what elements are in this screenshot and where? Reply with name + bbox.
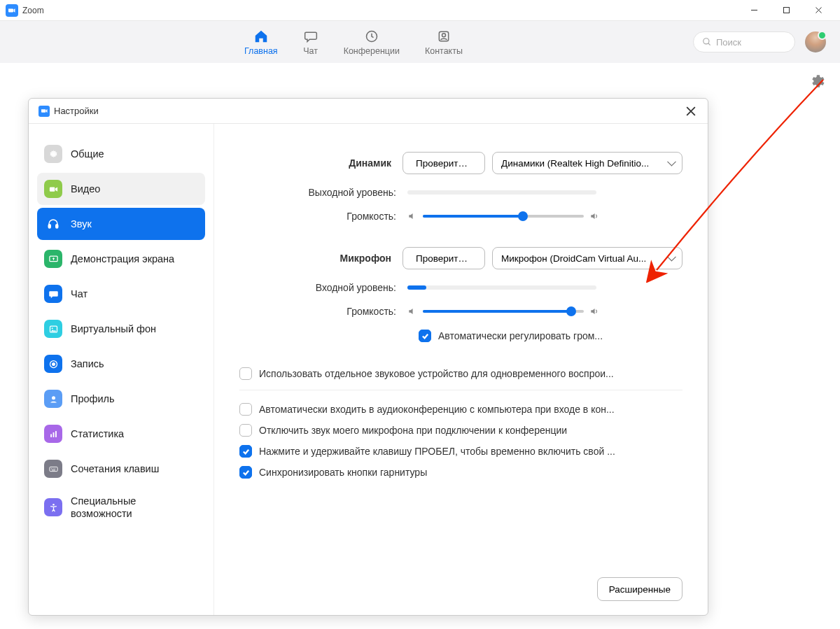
mic-volume-label: Громкость: [239,306,407,317]
input-level-meter [407,285,596,290]
svg-rect-0 [783,8,789,13]
push-to-talk-checkbox[interactable]: Нажмите и удерживайте клавишу ПРОБЕЛ, чт… [239,445,682,458]
tab-contacts[interactable]: Контакты [425,29,463,56]
zoom-app-icon [6,4,18,17]
svg-rect-16 [52,432,54,437]
svg-point-21 [54,468,55,469]
svg-point-23 [52,504,55,506]
tab-label: Контакты [425,46,463,56]
advanced-settings-button[interactable]: Расширенные [597,577,682,601]
window-minimize-button[interactable] [738,0,770,21]
tab-label: Главная [244,46,278,56]
sidebar-item-label: Запись [71,358,104,370]
auto-join-audio-checkbox[interactable]: Автоматически входить в аудиоконференцию… [239,403,682,416]
svg-point-3 [442,33,445,36]
zoom-app-icon [38,106,50,117]
svg-point-20 [52,468,53,469]
speaker-device-select[interactable]: Динамики (Realtek High Definitio... [492,152,682,174]
sidebar-item-label: Общие [71,148,104,160]
accessibility-icon [44,498,62,516]
tab-label: Чат [303,46,318,56]
sidebar-item-label: Профиль [71,393,115,405]
search-input[interactable]: Поиск [693,31,795,52]
modal-title: Настройки [54,106,99,116]
keyboard-icon [44,460,62,478]
sync-headset-checkbox[interactable]: Синхронизировать кнопки гарнитуры [239,466,682,479]
input-level-label: Входной уровень: [239,282,407,293]
svg-point-14 [52,396,55,400]
chat-icon [44,285,62,303]
clock-icon [364,29,379,44]
output-level-meter [407,190,596,195]
mute-on-entry-checkbox[interactable]: Отключить звук моего микрофона при подкл… [239,424,682,437]
output-level-label: Выходной уровень: [239,187,407,198]
sidebar-item-label: Видео [71,183,100,195]
window-titlebar: Zoom [0,0,840,21]
sidebar-item-chat[interactable]: Чат [37,278,205,310]
speaker-label: Динамик [239,157,402,169]
sidebar-item-video[interactable]: Видео [37,173,205,205]
top-navigation: Главная Чат Конференции Контакты Поиск [0,21,840,63]
separate-audio-device-checkbox[interactable]: Использовать отдельное звуковое устройст… [239,367,682,380]
sidebar-item-screenshare[interactable]: Демонстрация экрана [37,243,205,275]
tab-meetings[interactable]: Конференции [344,29,400,56]
speaker-volume-label: Громкость: [239,211,407,222]
svg-rect-6 [49,187,55,191]
speaker-high-icon [589,211,599,221]
sidebar-item-keyboard-shortcuts[interactable]: Сочетания клавиш [37,453,205,485]
sidebar-item-label: Сочетания клавиш [71,462,159,475]
sidebar-item-label: Звук [71,218,92,230]
auto-adjust-volume-checkbox[interactable]: Автоматически регулировать гром... [419,330,682,342]
share-screen-icon [44,250,62,268]
window-maximize-button[interactable] [770,0,802,21]
window-title: Zoom [22,6,44,15]
image-icon [44,320,62,338]
settings-content-audio: Динамик Проверить ... Динамики (Realtek … [214,124,708,615]
window-close-button[interactable] [802,0,834,21]
sidebar-item-accessibility[interactable]: Специальные возможности [37,488,205,527]
sidebar-item-recording[interactable]: Запись [37,348,205,380]
svg-rect-7 [48,225,50,228]
settings-gear-button[interactable] [809,73,826,90]
modal-close-button[interactable] [684,104,698,118]
svg-point-13 [52,362,55,365]
sidebar-item-audio[interactable]: Звук [37,208,205,240]
gear-icon [44,145,62,163]
svg-rect-18 [49,467,57,471]
sidebar-item-label: Виртуальный фон [71,323,156,335]
speaker-volume-slider[interactable] [423,215,584,218]
sidebar-item-profile[interactable]: Профиль [37,383,205,415]
mic-volume-slider[interactable] [423,310,584,313]
search-placeholder: Поиск [716,37,741,48]
sidebar-item-label: Специальные возможности [71,495,198,520]
avatar[interactable] [805,31,826,52]
microphone-label: Микрофон [239,253,402,264]
chart-icon [44,425,62,443]
user-icon [44,390,62,408]
tab-label: Конференции [344,46,400,56]
tab-chat[interactable]: Чат [303,29,318,56]
sidebar-item-label: Демонстрация экрана [71,253,174,265]
speaker-low-icon [407,306,417,316]
search-icon [702,37,712,47]
svg-point-4 [704,38,709,44]
svg-rect-15 [50,434,52,437]
test-speaker-button[interactable]: Проверить ... [402,152,485,174]
settings-modal: Настройки Общие Видео Звук Демонстрация … [28,98,708,616]
mic-device-select[interactable]: Микрофон (DroidCam Virtual Au... [492,247,682,269]
modal-header: Настройки [29,99,708,124]
separator [239,390,682,390]
svg-point-19 [50,468,51,469]
sidebar-item-label: Статистика [71,427,124,440]
tab-home[interactable]: Главная [244,29,278,56]
record-icon [44,355,62,373]
svg-point-11 [51,327,52,329]
camera-icon [44,180,62,198]
sidebar-item-statistics[interactable]: Статистика [37,418,205,450]
sidebar-item-label: Чат [71,288,88,300]
sidebar-item-virtual-background[interactable]: Виртуальный фон [37,313,205,345]
svg-rect-17 [55,431,57,437]
test-mic-button[interactable]: Проверить ... [402,247,485,269]
sidebar-item-general[interactable]: Общие [37,138,205,170]
contacts-icon [436,29,451,44]
